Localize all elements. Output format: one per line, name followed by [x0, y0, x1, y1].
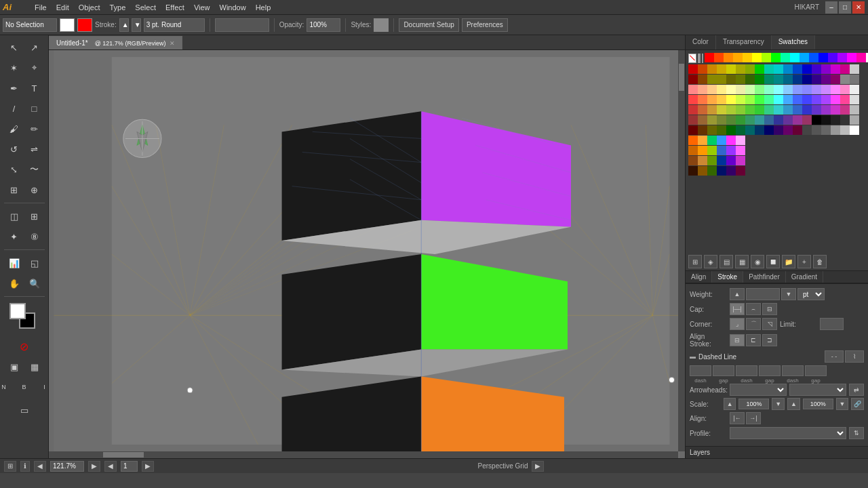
- maximize-button[interactable]: □: [839, 1, 851, 14]
- color-swatch[interactable]: [752, 53, 762, 62]
- color-swatch[interactable]: [764, 125, 774, 135]
- color-swatch[interactable]: [707, 136, 717, 145]
- weight-input[interactable]: [746, 288, 780, 300]
- align-inside-btn[interactable]: ⊏: [746, 334, 761, 346]
- dashed-normal-btn[interactable]: - -: [825, 350, 844, 363]
- color-swatch[interactable]: [831, 115, 840, 125]
- arrowhead-start-select[interactable]: [730, 384, 787, 396]
- color-swatch[interactable]: [821, 75, 831, 84]
- draw-behind[interactable]: B: [15, 378, 34, 396]
- color-swatch[interactable]: [688, 115, 698, 125]
- hand-tool[interactable]: ✋: [5, 274, 24, 293]
- color-swatch[interactable]: [755, 115, 764, 125]
- v-scrollbar[interactable]: [678, 50, 685, 451]
- color-swatch[interactable]: [840, 125, 850, 135]
- color-swatch[interactable]: [831, 85, 840, 94]
- eyedropper-tool[interactable]: ✦: [5, 227, 24, 246]
- color-swatch[interactable]: [802, 105, 812, 115]
- color-swatch[interactable]: [783, 125, 793, 135]
- color-swatch[interactable]: [688, 64, 698, 74]
- show-gradient-icon[interactable]: ▤: [719, 255, 733, 268]
- color-swatch[interactable]: [688, 75, 698, 84]
- color-swatch[interactable]: [802, 95, 812, 104]
- show-color-icon[interactable]: ◈: [704, 255, 717, 268]
- color-swatch[interactable]: [705, 53, 714, 62]
- color-swatch[interactable]: [726, 95, 736, 104]
- white-swatch[interactable]: [698, 54, 701, 63]
- color-swatch[interactable]: [774, 115, 783, 125]
- color-swatch[interactable]: [821, 125, 831, 135]
- mirror-tool[interactable]: ⇌: [25, 140, 44, 159]
- color-swatch[interactable]: [698, 125, 707, 135]
- color-swatch[interactable]: [783, 75, 793, 84]
- color-swatch[interactable]: [688, 85, 698, 94]
- corner-round-btn[interactable]: ⌒: [746, 318, 761, 330]
- dash2-input[interactable]: [736, 365, 757, 376]
- weight-unit-select[interactable]: pt: [797, 288, 825, 300]
- color-swatch[interactable]: [736, 85, 745, 94]
- color-swatch[interactable]: [840, 95, 850, 104]
- color-swatch[interactable]: [783, 85, 793, 94]
- close-button[interactable]: ✕: [852, 1, 865, 14]
- color-swatch[interactable]: [688, 146, 698, 155]
- color-swatch[interactable]: [717, 115, 726, 125]
- color-swatch[interactable]: [821, 105, 831, 115]
- color-swatch[interactable]: [745, 125, 755, 135]
- color-swatch[interactable]: [743, 53, 752, 62]
- scale-input2[interactable]: [803, 399, 833, 409]
- scale-down1-btn[interactable]: ▼: [772, 398, 785, 410]
- color-swatch[interactable]: [802, 125, 812, 135]
- color-swatch[interactable]: [818, 53, 828, 62]
- color-swatch[interactable]: [726, 146, 736, 155]
- color-swatch[interactable]: [736, 95, 745, 104]
- align-arrow-start-btn[interactable]: |←: [730, 412, 745, 424]
- color-swatch[interactable]: [764, 64, 774, 74]
- scale-up1-btn[interactable]: ▲: [724, 398, 736, 410]
- color-swatch[interactable]: [745, 115, 755, 125]
- perspective-toggle-btn[interactable]: ▶: [532, 461, 544, 472]
- color-swatch[interactable]: [762, 53, 771, 62]
- color-swatch[interactable]: [850, 85, 859, 94]
- swatch-options-icon[interactable]: 🔲: [766, 255, 780, 268]
- document-tab[interactable]: Untitled-1* @ 121.7% (RGB/Preview) ✕: [49, 36, 182, 49]
- color-swatch[interactable]: [850, 105, 859, 115]
- color-swatch[interactable]: [850, 75, 859, 84]
- color-swatch[interactable]: [707, 85, 717, 94]
- color-swatch[interactable]: [688, 136, 698, 145]
- color-swatch[interactable]: [774, 85, 783, 94]
- color-swatch[interactable]: [698, 64, 707, 74]
- weight-up-btn[interactable]: ▲: [730, 288, 745, 300]
- line-tool[interactable]: /: [5, 99, 24, 118]
- color-swatch[interactable]: [800, 53, 809, 62]
- dashed-align-btn[interactable]: ⌇: [845, 350, 864, 363]
- color-swatch[interactable]: [736, 125, 745, 135]
- color-swatch[interactable]: [764, 105, 774, 115]
- color-swatch[interactable]: [688, 156, 698, 165]
- menu-file[interactable]: File: [30, 0, 52, 15]
- zoom-tool[interactable]: 🔍: [25, 274, 44, 293]
- color-swatch[interactable]: [688, 166, 698, 176]
- color-swatch[interactable]: [764, 85, 774, 94]
- color-swatch[interactable]: [717, 95, 726, 104]
- file-info-btn[interactable]: ℹ: [20, 461, 30, 472]
- color-swatch[interactable]: [707, 75, 717, 84]
- color-swatch[interactable]: [726, 136, 736, 145]
- color-swatch[interactable]: [783, 115, 793, 125]
- tab-swatches[interactable]: Swatches: [772, 35, 815, 49]
- color-swatch[interactable]: [707, 156, 717, 165]
- color-swatch[interactable]: [793, 115, 802, 125]
- zoom-out-btn[interactable]: ◀: [34, 461, 46, 472]
- gap3-input[interactable]: [805, 365, 827, 376]
- fill-pattern[interactable]: ▦: [25, 357, 44, 376]
- menu-edit[interactable]: Edit: [52, 0, 74, 15]
- color-swatch[interactable]: [821, 95, 831, 104]
- color-swatch[interactable]: [724, 53, 733, 62]
- shape-builder-tool[interactable]: ⊕: [25, 180, 44, 199]
- color-swatch[interactable]: [698, 136, 707, 145]
- scale-input1[interactable]: [738, 399, 769, 409]
- warp-tool[interactable]: 〜: [25, 160, 44, 179]
- color-swatch[interactable]: [812, 125, 821, 135]
- color-swatch[interactable]: [717, 156, 726, 165]
- color-swatch[interactable]: [726, 166, 736, 176]
- color-swatch[interactable]: [793, 125, 802, 135]
